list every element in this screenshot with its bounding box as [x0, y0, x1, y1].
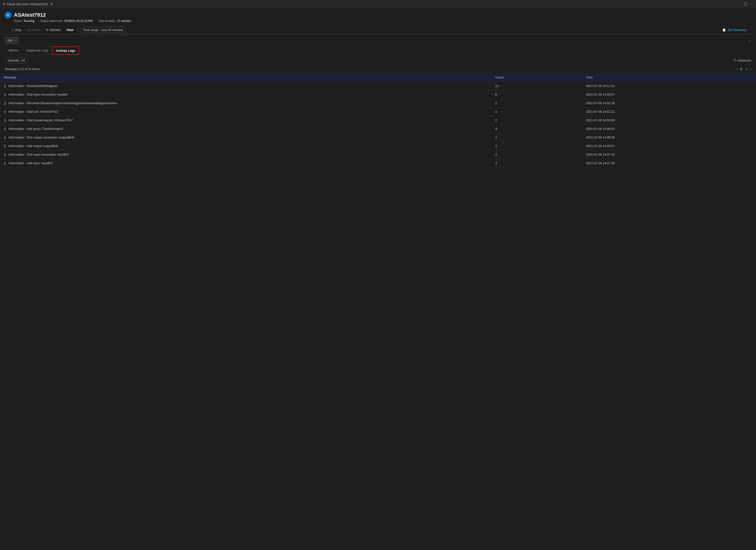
advanced-button[interactable]: ❐ Advanced: [733, 59, 751, 62]
row-message: Information - Test input connection 'inp…: [9, 153, 69, 156]
table-row: ❯ Information - Add output 'outputBlob' …: [0, 142, 756, 150]
dropdown-row: Job ⌄ ⌄: [0, 35, 756, 46]
row-time-cell: 2021-07-06 14:59:07: [582, 90, 756, 99]
tab-metrics-label: Metrics: [9, 49, 19, 52]
table-row: ❯ Information - Start streaming job 'ASA…: [0, 116, 756, 125]
header: ⟳ ASAtest7912 Status Running Output wate…: [0, 8, 756, 35]
row-message: Information - Start streaming job 'ASAte…: [9, 118, 73, 122]
row-message-cell: ❯ Information - Microsoft.StreamAnalytic…: [0, 99, 491, 107]
col-header-count: Count: [491, 73, 582, 82]
tabs: Metrics Diagnostic Logs Activity Logs: [0, 46, 756, 55]
view-button[interactable]: View: [64, 27, 76, 33]
tab-activity-logs-label: Activity Logs: [56, 49, 75, 52]
row-count-cell: 4: [491, 107, 582, 116]
delete-button[interactable]: 🗑 Delete: [25, 27, 43, 33]
tab-metrics[interactable]: Metrics: [5, 46, 22, 55]
collapse-icon[interactable]: ⌄: [748, 38, 751, 43]
row-message-cell: ❯ Information - Start job 'ASAtest7912': [0, 107, 491, 116]
row-time-cell: 2021-07-06 14:49:08: [582, 133, 756, 142]
expand-arrow-icon[interactable]: ❯: [4, 136, 6, 139]
row-time-cell: 2021-07-06 14:50:08: [582, 116, 756, 125]
prev-page-button[interactable]: ‹: [737, 67, 738, 71]
layout-icon[interactable]: ☐: [744, 2, 747, 6]
next-page-button[interactable]: ›: [750, 67, 751, 71]
watermark-value: 07/06/21 03:12:15 PM: [64, 19, 92, 23]
expand-arrow-icon[interactable]: ❯: [4, 153, 6, 156]
view-label: View: [66, 28, 73, 32]
row-message: Information - Microsoft.StreamAnalytics/…: [9, 101, 117, 105]
row-count-cell: 4: [491, 125, 582, 133]
table-row: ❯ Information - Add input 'inputEH' 2 20…: [0, 159, 756, 168]
status-label: Status: [14, 19, 22, 23]
close-icon[interactable]: ✕: [50, 2, 53, 6]
row-message: Information - Start job 'ASAtest7912': [9, 110, 58, 113]
logs-table: Message Count Time ❯ Information - Downl…: [0, 73, 756, 168]
title-bar: ≡ Cloud Job View: ASAtest7912 ✕ ☐ ···: [0, 0, 756, 8]
table-row: ❯ Information - Add query 'Transformatio…: [0, 125, 756, 133]
table-row: ❯ Information - Test output connection '…: [0, 133, 756, 142]
pagination-row: Showing 1-10 of 11 items ‹ 1 2 ›: [0, 66, 756, 73]
job-title-row: ⟳ ASAtest7912: [5, 12, 751, 18]
row-message: Information - Add query 'Transformation': [9, 127, 64, 131]
expand-arrow-icon[interactable]: ❯: [4, 144, 6, 148]
stop-button[interactable]: □ Stop: [10, 27, 24, 33]
row-count-cell: 2: [491, 150, 582, 159]
tab-diagnostic-logs[interactable]: Diagnostic Logs: [22, 46, 52, 55]
delete-label: Delete: [31, 28, 41, 32]
tab-activity-logs[interactable]: Activity Logs: [52, 46, 79, 55]
advanced-label: Advanced: [737, 59, 751, 62]
refresh-label: Refresh: [50, 28, 61, 32]
col-header-time: Time: [582, 73, 756, 82]
time-range-label: Time range : Last 30 minutes: [83, 28, 123, 32]
refresh-icon: ↻: [46, 28, 49, 32]
table-header: Message Count Time: [0, 73, 756, 82]
row-message: Information - Add output 'outputBlob': [9, 144, 59, 148]
table-row: ❯ Information - Microsoft.StreamAnalytic…: [0, 99, 756, 107]
table-row: ❯ Information - DownloadJobDiagram 12 20…: [0, 82, 756, 90]
row-count-cell: 2: [491, 99, 582, 107]
dropdown-value: Job: [7, 39, 12, 42]
hamburger-icon[interactable]: ≡: [3, 2, 5, 6]
job-summary-label: Job Summary: [727, 28, 746, 32]
delete-icon: 🗑: [27, 28, 30, 32]
expand-arrow-icon[interactable]: ❯: [4, 102, 6, 105]
job-dropdown[interactable]: Job ⌄: [5, 37, 19, 44]
stop-label: Stop: [15, 28, 21, 32]
job-icon: ⟳: [5, 12, 11, 18]
row-count-cell: 2: [491, 133, 582, 142]
severity-label: Severity : All: [8, 59, 25, 62]
expand-arrow-icon[interactable]: ❯: [4, 162, 6, 165]
showing-text: Showing 1-10 of 11 items: [5, 67, 40, 71]
row-time-cell: 2021-07-06 14:47:40: [582, 159, 756, 168]
job-summary-button[interactable]: 📋 Job Summary: [722, 28, 746, 32]
table-row: ❯ Information - Test input connection 'i…: [0, 90, 756, 99]
title-bar-left: ≡ Cloud Job View: ASAtest7912 ✕: [3, 2, 53, 6]
toolbar: □ Stop 🗑 Delete ↻ Refresh View Time rang…: [5, 25, 751, 35]
expand-arrow-icon[interactable]: ❯: [4, 93, 6, 96]
stop-icon: □: [12, 28, 14, 32]
row-count-cell: 12: [491, 82, 582, 90]
row-message-cell: ❯ Information - Add query 'Transformatio…: [0, 125, 491, 133]
tab-title: Cloud Job View: ASAtest7912: [7, 2, 48, 6]
col-header-message: Message: [0, 73, 491, 82]
row-count-cell: 2: [491, 159, 582, 168]
severity-filter-button[interactable]: Severity : All: [5, 57, 28, 63]
toolbar-separator: [78, 27, 78, 33]
row-message: Information - DownloadJobDiagram: [9, 84, 57, 88]
expand-arrow-icon[interactable]: ❯: [4, 110, 6, 113]
duration-label: Total duration: [98, 19, 115, 23]
more-options-icon[interactable]: ···: [750, 2, 753, 6]
expand-arrow-icon[interactable]: ❯: [4, 84, 6, 88]
page-1-button[interactable]: 1: [739, 67, 743, 71]
expand-arrow-icon[interactable]: ❯: [4, 127, 6, 131]
row-time-cell: 2021-07-06 15:12:31: [582, 82, 756, 90]
expand-arrow-icon[interactable]: ❯: [4, 119, 6, 122]
row-time-cell: 2021-07-06 14:52:18: [582, 99, 756, 107]
time-range-button[interactable]: Time range : Last 30 minutes: [80, 27, 126, 33]
row-message-cell: ❯ Information - Add input 'inputEH': [0, 159, 491, 168]
advanced-icon: ❐: [733, 59, 736, 62]
toolbar-left: □ Stop 🗑 Delete ↻ Refresh View Time rang…: [10, 27, 126, 33]
page-2-button[interactable]: 2: [744, 67, 749, 71]
status-value: Running: [24, 19, 34, 23]
refresh-button[interactable]: ↻ Refresh: [44, 27, 63, 33]
